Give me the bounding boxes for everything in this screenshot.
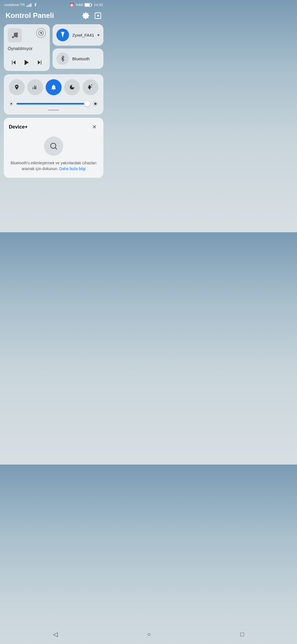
quick-buttons-row xyxy=(8,79,100,95)
next-button[interactable] xyxy=(34,58,45,67)
carrier-label: vodafone TR xyxy=(4,3,25,7)
wifi-card[interactable]: Zyxel_FA41 ▾ xyxy=(53,24,103,46)
svg-point-7 xyxy=(40,32,42,34)
edit-icon[interactable] xyxy=(94,12,102,20)
wifi-icon-circle xyxy=(56,29,69,41)
media-top xyxy=(8,28,46,42)
alarm-icon: ⏰ xyxy=(70,3,74,7)
wifi-status-icon xyxy=(33,3,38,7)
location-button[interactable] xyxy=(9,79,25,95)
brightness-min-icon xyxy=(9,101,14,106)
battery-percent: %68 xyxy=(76,3,83,7)
status-right: ⏰ %68 14:33 xyxy=(70,3,103,7)
svg-marker-8 xyxy=(13,61,16,65)
music-note-icon xyxy=(11,31,19,39)
prev-icon xyxy=(11,59,17,66)
svg-point-16 xyxy=(51,143,56,148)
drag-handle xyxy=(48,110,59,111)
wifi-ssid-label: Zyxel_FA41 xyxy=(72,33,94,37)
media-status-label: Oynatılmıyor xyxy=(8,46,46,51)
svg-point-5 xyxy=(16,36,18,37)
bluetooth-card[interactable]: Bluetooth xyxy=(53,48,103,69)
brightness-max-icon xyxy=(92,101,98,107)
right-cards: Zyxel_FA41 ▾ Bluetooth xyxy=(53,24,103,71)
svg-marker-11 xyxy=(38,61,40,65)
bluetooth-label: Bluetooth xyxy=(72,56,90,61)
wifi-chevron-icon: ▾ xyxy=(97,32,100,38)
media-controls xyxy=(8,58,46,67)
brightness-thumb[interactable] xyxy=(85,101,90,107)
media-card: Oynatılmıyor xyxy=(4,24,50,71)
device-plus-card: Device+ ✕ Bluetooth'u etkinleştirmek ve … xyxy=(4,118,103,178)
svg-rect-1 xyxy=(92,4,92,6)
device-plus-header: Device+ ✕ xyxy=(9,123,98,131)
svg-rect-12 xyxy=(41,61,42,65)
learn-more-link[interactable]: Daha fazla bilgi xyxy=(59,167,86,171)
content-area: Oynatılmıyor xyxy=(0,24,107,178)
svg-rect-13 xyxy=(91,84,92,86)
page-title: Kontrol Paneli xyxy=(6,11,54,20)
svg-rect-2 xyxy=(85,4,90,6)
brightness-slider[interactable] xyxy=(16,103,90,105)
svg-point-4 xyxy=(12,36,14,38)
prev-button[interactable] xyxy=(9,58,19,67)
status-left: vodafone TR xyxy=(4,3,38,7)
play-icon xyxy=(23,59,30,66)
status-bar: vodafone TR ⏰ %68 14:33 xyxy=(0,0,107,9)
wifi-active-icon xyxy=(59,32,66,38)
notifications-button[interactable] xyxy=(46,79,62,95)
header: Kontrol Paneli xyxy=(0,9,107,24)
device-description: Bluetooth'u etkinleştirmek ve yakınlarda… xyxy=(9,160,98,172)
device-search-button[interactable] xyxy=(44,137,63,156)
sun-large-icon xyxy=(92,101,98,107)
close-device-plus-button[interactable]: ✕ xyxy=(90,123,98,131)
sun-small-icon xyxy=(9,101,14,106)
flashlight-icon xyxy=(87,84,94,90)
brightness-row xyxy=(8,101,100,107)
svg-point-14 xyxy=(10,103,12,105)
do-not-disturb-button[interactable] xyxy=(64,79,80,95)
svg-rect-9 xyxy=(12,61,13,65)
signal-bars-icon xyxy=(26,3,31,7)
time-label: 14:33 xyxy=(94,3,103,7)
sound-profile-button[interactable] xyxy=(27,79,43,95)
play-button[interactable] xyxy=(21,58,32,67)
quick-actions-card xyxy=(4,74,103,114)
bluetooth-icon xyxy=(60,56,66,62)
battery-icon xyxy=(84,3,92,7)
ai-listen-icon[interactable] xyxy=(36,28,46,38)
settings-icon[interactable] xyxy=(82,12,90,20)
bluetooth-icon-circle xyxy=(56,52,69,65)
location-icon xyxy=(14,84,20,90)
svg-point-6 xyxy=(38,31,43,36)
svg-marker-10 xyxy=(25,60,29,65)
svg-point-15 xyxy=(94,102,97,105)
device-plus-title: Device+ xyxy=(9,124,28,130)
music-art xyxy=(8,28,22,42)
soundwave-icon xyxy=(38,30,44,36)
bell-icon xyxy=(50,84,57,91)
header-actions xyxy=(82,12,102,20)
moon-icon xyxy=(69,84,75,90)
next-icon xyxy=(37,59,43,66)
top-row: Oynatılmıyor xyxy=(4,24,103,71)
equalizer-icon xyxy=(32,84,38,90)
flashlight-button[interactable] xyxy=(82,79,98,95)
search-icon xyxy=(49,142,58,151)
